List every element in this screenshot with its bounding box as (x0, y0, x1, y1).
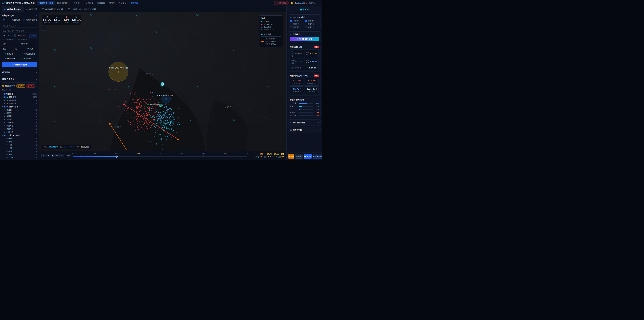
layer-tree-item[interactable]: 어장정보17,129 (2, 92, 37, 96)
grid-icon[interactable]: ▦ (36, 147, 37, 149)
grid-icon[interactable]: ▦ (36, 115, 37, 117)
logout-button[interactable]: 로그아웃 (308, 2, 316, 4)
sidebar-section-영향 민감자원[interactable]: 영향 민감자원▸ (2, 76, 37, 82)
layer-toggle[interactable] (6, 141, 8, 142)
layer-tree-item[interactable]: ▶서식지▦ (2, 118, 37, 121)
layer-toggle[interactable] (4, 97, 5, 98)
amount-input[interactable] (2, 47, 13, 51)
display-option-checkbox[interactable]: 민감자원 (305, 23, 319, 25)
grid-icon[interactable]: ▦ (36, 144, 37, 146)
display-option-checkbox[interactable]: 시간 표시 (290, 26, 304, 28)
grid-icon[interactable]: ▦ (36, 119, 37, 120)
oil-type-select[interactable]: 벙커C유▾ (20, 42, 38, 46)
chevron-down-icon[interactable]: ▾ (36, 85, 37, 87)
grid-icon[interactable]: ▦ (36, 103, 37, 104)
layers-all-off-button[interactable]: 전체 끄기 (26, 84, 35, 88)
layer-tree-item[interactable]: 군산▦ (2, 137, 37, 140)
skip-end-button[interactable]: ▶| (60, 154, 64, 157)
layer-toggle[interactable] (6, 154, 8, 155)
layer-tree-item[interactable]: 서귀포▦ (2, 156, 37, 159)
duration-select[interactable]: 48시간▾ (26, 47, 37, 51)
layer-tree-item[interactable]: 목포▦ (2, 143, 37, 147)
layer-tree-item[interactable]: 부산▦ (2, 150, 37, 153)
predict-input-header[interactable]: 예측정보 입력 ▾ (2, 14, 37, 17)
radio-direct-input[interactable]: 직접 입력 (2, 18, 21, 22)
fast-forward-button[interactable]: ▶▶ (56, 154, 60, 157)
layer-tree-item[interactable]: 보령▦ (2, 147, 37, 150)
unit-select[interactable]: kL▾ (14, 47, 25, 51)
layer-tree-item[interactable]: ▶관광자원▦ (2, 127, 37, 131)
layer-toggle[interactable] (4, 106, 5, 107)
timeline-event-marker[interactable] (75, 155, 76, 156)
layer-toggle[interactable] (6, 148, 8, 149)
grid-icon[interactable]: ▦ (36, 100, 37, 101)
layer-tree-item[interactable]: ▶산업자원▦ (2, 131, 37, 134)
tab[interactable]: i유출유확산모델 이론 (40, 6, 66, 12)
grid-icon[interactable]: ▦ (36, 151, 37, 152)
layer-tree-item[interactable]: ▶계절별▦ (2, 108, 37, 111)
map-canvas[interactable]: 9.2 m/s풍속 (SW)1.8 m파고9.2°C수온0.67 m/s해류 (… (39, 13, 286, 151)
grid-icon[interactable]: ▦ (36, 141, 37, 143)
action-button-보고서[interactable]: ▤보고서 (304, 154, 312, 159)
tab[interactable]: ▤분석 목록 (24, 6, 40, 12)
timeline-event-marker[interactable] (87, 155, 88, 156)
layer-toggle[interactable] (6, 144, 8, 145)
display-option-checkbox[interactable]: 날짜시간 (305, 26, 319, 28)
nav-item[interactable]: 기상정보 (117, 1, 128, 5)
action-button-재계산[interactable]: ↻재계산 (295, 154, 303, 159)
grid-icon[interactable]: ▦ (36, 122, 37, 124)
model-chip-opendrift[interactable]: ✓OpenDrift (2, 57, 19, 61)
layer-toggle[interactable] (6, 138, 8, 139)
sidebar-section-사고정보[interactable]: 사고정보▸ (2, 69, 37, 76)
model-chip-poseidon[interactable]: ✓POSEIDON (20, 52, 38, 56)
layer-tree-item[interactable]: ▶생물종▦ (2, 115, 37, 118)
nav-item[interactable]: 보고자료 (84, 1, 95, 5)
grid-icon[interactable]: ▦ (36, 128, 37, 130)
nav-item[interactable]: 항공탐색 (95, 1, 107, 5)
summary-collapsed-선주 / 보험[interactable]: ▦선주 / 보험▾ (288, 127, 320, 133)
layer-tree-item[interactable]: ▶해안선▦ (2, 111, 37, 115)
nav-item[interactable]: 유출유 확산예측 (37, 1, 55, 5)
incident-list-input[interactable] (2, 29, 37, 33)
grid-icon[interactable]: ▦ (36, 112, 37, 114)
layer-toggle[interactable] (6, 151, 8, 152)
chevron-down-icon[interactable]: ▾ (36, 15, 37, 17)
gender-layer-chip[interactable]: ♀ (42, 27, 46, 31)
incident-name-input[interactable] (2, 24, 37, 28)
tab[interactable]: 유출유 확산분석 (2, 6, 24, 12)
layers-all-on-button[interactable]: 전체 켜기 (16, 84, 25, 88)
map-pick-button[interactable]: ⌖지도 (29, 34, 37, 38)
grid-icon[interactable]: ▦ (36, 131, 37, 133)
layer-toggle[interactable] (4, 135, 5, 136)
grid-icon[interactable]: ▦ (36, 109, 37, 111)
speed-select[interactable]: 1×▾ (66, 154, 71, 157)
summary-collapsed-사고 선박 제원[interactable]: ⚓사고 선박 제원▾ (288, 120, 320, 126)
layer-tree-item[interactable]: 부안▦ (2, 153, 37, 156)
grid-icon[interactable]: ▦ (36, 154, 37, 155)
display-option-checkbox[interactable]: 해안부착 (290, 23, 304, 25)
map-marker-label[interactable]: ☂웅포 해수욕장 (1h) (156, 95, 172, 97)
nav-item[interactable]: 긴급구난 (72, 1, 83, 5)
grid-icon[interactable]: ▦ (36, 125, 37, 127)
summary-tab[interactable]: 분석 요약 (286, 6, 322, 13)
layer-tree-item[interactable]: ▶✿환경생태▦ (2, 99, 37, 102)
map-marker-label[interactable]: ⚑여자만 습지보호구역 (6h) (107, 67, 128, 69)
action-button-저장[interactable]: ▣저장 (288, 154, 294, 159)
timeline-track[interactable]: 0h6h12h18h24h36h48h60h72h (73, 153, 247, 159)
latitude-input[interactable] (2, 34, 14, 38)
layer-tree-item[interactable]: ▼☁민감자원3,947 (2, 96, 37, 99)
timeline-handle[interactable] (116, 156, 118, 158)
skip-start-button[interactable]: |◀ (42, 154, 46, 157)
nav-item[interactable]: HNS·대기확산 (55, 1, 72, 5)
nav-item[interactable]: 통합조회 (129, 1, 140, 5)
play-button[interactable]: ▶ (51, 154, 55, 157)
layer-tree-item[interactable]: ▶▦사회경제▦ (2, 102, 37, 105)
layer-tree-item[interactable]: ▶보호지역▦ (2, 121, 37, 124)
display-option-checkbox[interactable]: ✓풍향/풍속 (305, 20, 319, 22)
display-option-checkbox[interactable]: ✓유향/유속 (290, 20, 304, 22)
layer-tree-item[interactable]: ▶수산자원▦ (2, 124, 37, 127)
layer-tree-item[interactable]: ▼⚓해경관할구역 (2, 134, 37, 137)
bell-icon[interactable] (290, 2, 293, 5)
menu-hamburger-icon[interactable] (317, 2, 320, 4)
user-name[interactable]: Eunjeong Kim (295, 2, 307, 4)
